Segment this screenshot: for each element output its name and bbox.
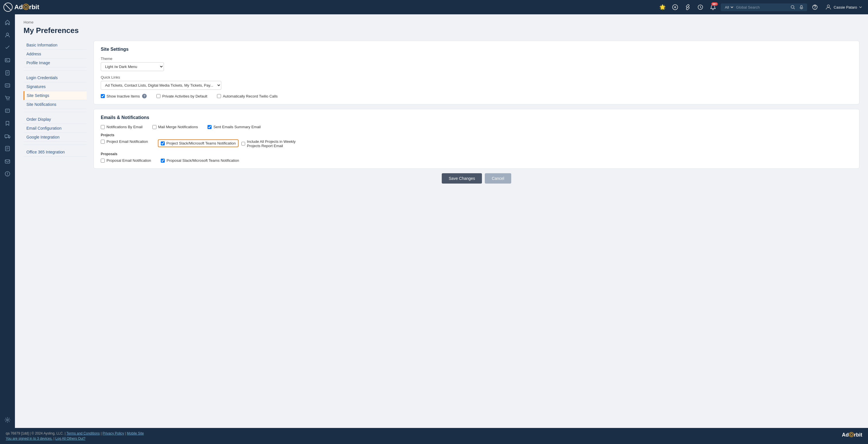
notification-badge: 99+ (711, 2, 718, 6)
project-email-notif-checkbox[interactable]: Project Email Notification (101, 139, 148, 144)
quick-links-row: Quick Links Ad Tickets, Contact Lists, D… (101, 75, 852, 90)
main-layout: Home My Preferences Basic Information Ad… (0, 14, 868, 428)
sidebar-bookmark-btn[interactable] (2, 117, 13, 129)
save-changes-button[interactable]: Save Changes (442, 173, 482, 183)
svg-rect-26 (5, 135, 8, 137)
mail-merge-label: Mail Merge Notifications (158, 125, 198, 129)
footer: qa 76879 [1dd] | © 2024 Aysling, LLC. | … (0, 428, 868, 444)
sidebar-docs-btn[interactable] (2, 67, 13, 78)
twilio-calls-checkbox[interactable]: Automatically Record Twilio Calls (217, 94, 278, 98)
sidebar-contacts-btn[interactable] (2, 80, 13, 91)
quick-links-select[interactable]: Ad Tickets, Contact Lists, Digital Media… (101, 81, 221, 90)
svg-point-27 (6, 138, 7, 139)
project-slack-teams-checkbox[interactable]: Project Slack/Microsoft Teams Notificati… (161, 141, 236, 145)
chevron-down-icon (859, 5, 862, 9)
nav-basic-information[interactable]: Basic Information (24, 41, 87, 49)
sidebar-cart-btn[interactable] (2, 92, 13, 104)
private-activities-label: Private Activities by Default (162, 94, 207, 98)
private-activities-checkbox[interactable]: Private Activities by Default (156, 94, 207, 98)
cancel-button[interactable]: Cancel (485, 173, 511, 183)
footer-left: qa 76879 [1dd] | © 2024 Aysling, LLC. | … (6, 432, 144, 441)
search-filter-dropdown[interactable]: All (723, 4, 734, 11)
nav-profile-image[interactable]: Profile Image (24, 59, 87, 67)
mail-merge-input[interactable] (152, 125, 156, 129)
nav-signatures[interactable]: Signatures (24, 82, 87, 91)
footer-terms-link[interactable]: Terms and Conditions (66, 432, 100, 435)
sent-emails-summary-input[interactable] (208, 125, 212, 129)
sidebar-settings-btn[interactable] (2, 414, 13, 425)
sidebar-people-btn[interactable] (2, 29, 13, 41)
emoji-icon-btn[interactable]: 🌟 (658, 2, 668, 12)
twilio-calls-label: Automatically Record Twilio Calls (223, 94, 278, 98)
mail-merge-checkbox[interactable]: Mail Merge Notifications (152, 125, 198, 129)
show-inactive-label: Show Inactive Items (106, 94, 140, 98)
quick-links-label: Quick Links (101, 75, 852, 79)
sent-emails-summary-checkbox[interactable]: Sent Emails Summary Email (208, 125, 260, 129)
footer-mobile-link[interactable]: Mobile Site (127, 432, 144, 435)
footer-privacy-link[interactable]: Privacy Policy (102, 432, 124, 435)
site-settings-title: Site Settings (101, 47, 852, 52)
clock-btn[interactable] (695, 2, 705, 12)
project-email-notif-input[interactable] (101, 140, 105, 144)
notification-btn[interactable]: 99+ (708, 2, 718, 12)
nav-login-credentials[interactable]: Login Credentials (24, 73, 87, 82)
sidebar-chart-btn[interactable] (2, 143, 13, 154)
theme-select[interactable]: Light /w Dark Menu Light Dark (101, 62, 164, 71)
nav-office-365-integration[interactable]: Office 365 Integration (24, 148, 87, 157)
sidebar-email-btn[interactable] (2, 156, 13, 167)
proposals-label: Proposals (101, 152, 852, 156)
search-icon-btn[interactable] (789, 4, 796, 11)
svg-point-10 (6, 33, 9, 35)
search-input[interactable] (736, 3, 787, 11)
show-inactive-input[interactable] (101, 94, 105, 98)
proposal-email-notif-checkbox[interactable]: Proposal Email Notification (101, 158, 151, 163)
svg-line-1 (5, 4, 11, 10)
project-slack-teams-input[interactable] (161, 141, 165, 145)
footer-log-out-link[interactable]: Log All Others Out? (55, 437, 86, 441)
link-btn[interactable] (683, 2, 693, 12)
sidebar-tasks-btn[interactable] (2, 105, 13, 116)
nav-address[interactable]: Address (24, 49, 87, 59)
add-btn[interactable] (670, 2, 680, 12)
svg-point-36 (7, 419, 8, 421)
footer-signed-in-text[interactable]: You are signed in to 3 devices. (6, 437, 53, 441)
private-activities-input[interactable] (156, 94, 160, 98)
proposal-email-notif-label: Proposal Email Notification (106, 158, 151, 163)
sidebar-deals-btn[interactable] (2, 42, 13, 53)
twilio-calls-input[interactable] (217, 94, 221, 98)
mic-icon-btn[interactable] (798, 4, 805, 11)
proposal-email-notif-input[interactable] (101, 159, 105, 163)
notif-by-email-input[interactable] (101, 125, 105, 129)
sent-emails-summary-label: Sent Emails Summary Email (213, 125, 260, 129)
user-menu[interactable]: Cassie Pataro (823, 3, 865, 12)
site-settings-checkboxes: Show Inactive Items ? Private Activities… (101, 94, 852, 98)
main-content: Home My Preferences Basic Information Ad… (15, 14, 868, 428)
nav-site-settings[interactable]: Site Settings (24, 91, 87, 100)
proposal-slack-teams-checkbox[interactable]: Proposal Slack/Microsoft Teams Notificat… (161, 158, 239, 163)
sidebar-gallery-btn[interactable] (2, 55, 13, 66)
help-btn[interactable] (810, 2, 820, 12)
sidebar-truck-btn[interactable] (2, 130, 13, 142)
app-logo[interactable]: AdⓄrbit (3, 3, 39, 12)
svg-line-5 (794, 8, 795, 9)
help-icon[interactable]: ? (142, 94, 147, 98)
nav-email-configuration[interactable]: Email Configuration (24, 124, 87, 133)
notif-by-email-label: Notifications By Email (106, 125, 143, 129)
site-settings-card: Site Settings Theme Light /w Dark Menu L… (94, 41, 859, 104)
sidebar-support-btn[interactable] (2, 168, 13, 179)
nav-google-integration[interactable]: Google Integration (24, 133, 87, 142)
projects-label: Projects (101, 133, 852, 137)
show-inactive-checkbox[interactable]: Show Inactive Items ? (101, 94, 147, 98)
proposal-slack-teams-input[interactable] (161, 159, 165, 163)
footer-logo: AdⓄrbit (842, 432, 862, 438)
nav-site-notifications[interactable]: Site Notifications (24, 100, 87, 109)
svg-rect-6 (801, 5, 802, 8)
include-all-projects-input[interactable] (241, 142, 245, 146)
breadcrumb: Home (24, 20, 859, 24)
top-navigation: AdⓄrbit 🌟 99+ All Cassie Pataro (0, 0, 868, 14)
include-all-projects-checkbox[interactable]: Include All Projects in Weekly Projects … (241, 139, 299, 148)
sidebar-home-btn[interactable] (2, 16, 13, 28)
nav-order-display[interactable]: Order Display (24, 115, 87, 124)
logo-text: AdⓄrbit (14, 3, 39, 11)
notif-by-email-checkbox[interactable]: Notifications By Email (101, 125, 143, 129)
